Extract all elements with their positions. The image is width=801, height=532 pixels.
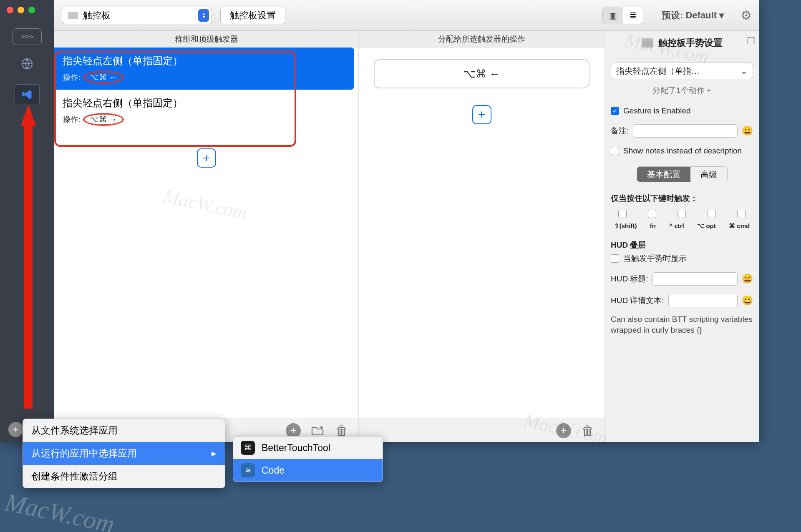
chevron-down-icon: ⌄ xyxy=(741,66,748,76)
btt-app-icon: ⌘ xyxy=(241,441,255,455)
hud-detail-label: HUD 详情文本: xyxy=(611,295,664,306)
submenu-arrow-icon: ▸ xyxy=(212,448,217,459)
mod-ctrl-checkbox[interactable] xyxy=(678,210,686,218)
trigger-row-selected[interactable]: 指尖轻点左侧（单指固定） 操作: ⌥⌘ ← xyxy=(54,48,354,90)
list-view-icon[interactable]: ≣ xyxy=(623,7,643,24)
sidebar-add-button[interactable]: + xyxy=(8,422,23,437)
trigger-subtitle: 操作: ⌥⌘ ← xyxy=(63,71,346,84)
enabled-row: ✓ Gesture is Enabled xyxy=(605,102,759,120)
mod-shift-label: ⇧(shift) xyxy=(614,222,637,230)
submenu-item-label: BetterTouchTool xyxy=(262,442,330,454)
menu-item-label: 从文件系统选择应用 xyxy=(31,424,118,437)
modifiers-labels: ⇧(shift) fn ^ ctrl ⌥ opt ⌘ cmd xyxy=(607,222,756,230)
annotation-ellipse: ⌥⌘ ← xyxy=(83,71,123,84)
gesture-select[interactable]: 指尖轻点左侧（单指… ⌄ xyxy=(611,63,753,79)
preset-value: Default xyxy=(685,10,717,21)
triggers-column: 群组和顶级触发器 指尖轻点左侧（单指固定） 操作: ⌥⌘ ← 指尖轻点右侧（单指… xyxy=(54,31,359,442)
inspector-title: 触控板手势设置 xyxy=(605,31,759,55)
sidebar-shortcut-button[interactable]: >>> xyxy=(13,28,42,45)
trackpad-icon xyxy=(642,38,653,48)
menu-item-choose-from-fs[interactable]: 从文件系统选择应用 xyxy=(23,419,225,442)
submenu-item-code[interactable]: ≋ Code xyxy=(233,459,383,482)
view-mode-segment[interactable]: ▥ ≣ xyxy=(602,7,643,24)
modifiers-title: 仅当按住以下键时触发： xyxy=(607,193,756,206)
vscode-icon[interactable] xyxy=(15,84,40,105)
add-trigger-button[interactable]: + xyxy=(197,148,216,168)
hud-title-label: HUD 标题: xyxy=(611,274,648,284)
hud-header: HUD 叠层 xyxy=(605,234,759,253)
add-action-button[interactable]: + xyxy=(472,105,491,124)
notes-label: 备注: xyxy=(611,125,629,136)
notes-row: 备注: 😀 xyxy=(605,120,759,142)
emoji-icon[interactable]: 😀 xyxy=(742,274,753,284)
close-icon[interactable] xyxy=(7,7,13,13)
mod-cmd-label: ⌘ cmd xyxy=(729,222,750,230)
hud-title-row: HUD 标题: 😀 xyxy=(605,268,759,290)
chevron-updown-icon: ▴▾ xyxy=(198,9,209,22)
chevron-down-icon: ▾ xyxy=(719,10,724,21)
trigger-action-prefix: 操作: xyxy=(63,114,81,125)
assigned-actions-label[interactable]: 分配了1个动作 + xyxy=(605,85,759,96)
watermark: MacW.com xyxy=(161,185,249,224)
gear-icon[interactable]: ⚙ xyxy=(741,8,752,23)
actions-column: 分配给所选触发器的操作 ⌥⌘ ← + MacW.com + 🗑 xyxy=(359,31,605,442)
mod-shift-checkbox[interactable] xyxy=(618,210,627,218)
gesture-select-label: 指尖轻点左侧（单指… xyxy=(616,65,700,77)
seg-basic[interactable]: 基本配置 xyxy=(637,167,690,182)
mod-cmd-checkbox[interactable] xyxy=(737,210,746,218)
minimize-icon[interactable] xyxy=(18,7,24,13)
footer-add-action-button[interactable]: + xyxy=(556,423,571,438)
main-area: 触控板 ▴▾ 触控板设置 ▥ ≣ 预设: Default ▾ ⚙ 群组和顶级触发… xyxy=(54,0,759,442)
columns-view-icon[interactable]: ▥ xyxy=(603,7,623,24)
trackpad-settings-button[interactable]: 触控板设置 xyxy=(220,7,285,24)
trigger-title: 指尖轻点左侧（单指固定） xyxy=(63,54,346,68)
mod-opt-checkbox[interactable] xyxy=(708,210,716,218)
submenu-item-btt[interactable]: ⌘ BetterTouchTool xyxy=(233,437,383,459)
mod-opt-label: ⌥ opt xyxy=(697,222,716,230)
app-window: >>> + 🗑 触控板 ▴▾ 触控板设置 ▥ ≣ 预设: xyxy=(0,0,759,442)
watermark: MacW.com xyxy=(3,488,117,532)
emoji-icon[interactable]: 😀 xyxy=(742,295,753,306)
inspector-panel: ❐ 触控板手势设置 指尖轻点左侧（单指… ⌄ 分配了1个动作 + ✓ Gestu… xyxy=(605,31,759,442)
running-apps-submenu: ⌘ BetterTouchTool ≋ Code xyxy=(233,436,383,482)
hud-detail-input[interactable] xyxy=(668,294,738,307)
trigger-shortcut: ⌥⌘ → xyxy=(90,115,117,124)
window-stack-icon[interactable]: ❐ xyxy=(747,36,755,47)
show-notes-checkbox[interactable] xyxy=(611,147,619,155)
notes-input[interactable] xyxy=(633,124,738,138)
trigger-subtitle: 操作: ⌥⌘ → xyxy=(63,113,350,126)
window-traffic-lights xyxy=(7,7,35,13)
toolbar: 触控板 ▴▾ 触控板设置 ▥ ≣ 预设: Default ▾ ⚙ xyxy=(54,0,759,31)
menu-item-choose-running-app[interactable]: 从运行的应用中选择应用 ▸ xyxy=(23,442,225,465)
submenu-item-label: Code xyxy=(262,465,285,476)
modifiers-section: 仅当按住以下键时触发： ⇧(shift) fn ^ ctrl ⌥ opt ⌘ c… xyxy=(605,189,759,234)
device-select[interactable]: 触控板 ▴▾ xyxy=(62,7,212,24)
actions-area: ⌥⌘ ← + MacW.com xyxy=(359,48,605,419)
menu-item-label: 从运行的应用中选择应用 xyxy=(31,447,137,460)
config-segment[interactable]: 基本配置 高级 xyxy=(637,166,728,182)
inspector-title-text: 触控板手势设置 xyxy=(658,37,723,49)
enabled-checkbox[interactable]: ✓ xyxy=(611,107,619,115)
app-sidebar: >>> + 🗑 xyxy=(0,0,54,442)
trigger-list: 指尖轻点左侧（单指固定） 操作: ⌥⌘ ← 指尖轻点右侧（单指固定） 操作: ⌥… xyxy=(54,48,358,419)
mod-ctrl-label: ^ ctrl xyxy=(669,222,684,230)
hud-title-input[interactable] xyxy=(652,272,738,286)
show-notes-row: Show notes instead of description xyxy=(605,142,759,160)
menu-item-create-conditional-group[interactable]: 创建条件性激活分组 xyxy=(23,465,225,488)
mod-fn-checkbox[interactable] xyxy=(648,210,656,218)
hud-show-checkbox[interactable] xyxy=(611,254,619,263)
preset-selector[interactable]: 预设: Default ▾ xyxy=(662,9,724,22)
globe-icon[interactable] xyxy=(15,53,40,74)
device-select-label: 触控板 xyxy=(83,9,111,22)
trigger-row[interactable]: 指尖轻点右侧（单指固定） 操作: ⌥⌘ → xyxy=(54,90,358,132)
action-item[interactable]: ⌥⌘ ← xyxy=(374,59,589,88)
emoji-icon[interactable]: 😀 xyxy=(742,125,753,136)
content-columns: 群组和顶级触发器 指尖轻点左侧（单指固定） 操作: ⌥⌘ ← 指尖轻点右侧（单指… xyxy=(54,31,759,442)
trash-icon[interactable]: 🗑 xyxy=(580,423,595,438)
seg-advanced[interactable]: 高级 xyxy=(690,167,727,182)
trigger-shortcut: ⌥⌘ ← xyxy=(90,73,117,82)
vscode-app-icon: ≋ xyxy=(241,463,255,477)
maximize-icon[interactable] xyxy=(28,7,35,13)
trigger-title: 指尖轻点右侧（单指固定） xyxy=(63,96,350,110)
preset-label: 预设: xyxy=(662,9,683,22)
